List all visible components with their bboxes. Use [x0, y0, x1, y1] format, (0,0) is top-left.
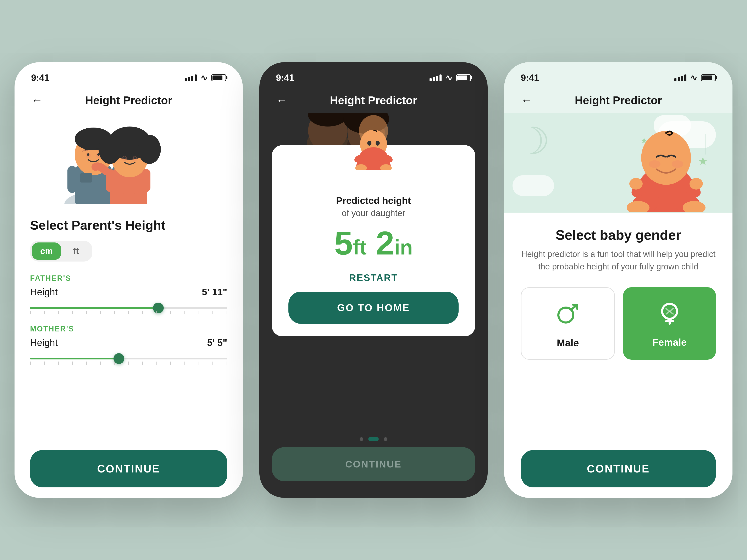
height-ft-value: 5 [334, 224, 353, 262]
battery-icon-2 [456, 74, 471, 81]
phone-2: 9:41 ∿ ← Height Predictor [259, 62, 488, 498]
scroll-indicator [259, 431, 488, 447]
svg-point-31 [376, 141, 380, 145]
restart-button[interactable]: RESTART [349, 272, 398, 283]
go-home-button[interactable]: GO TO HOME [288, 292, 459, 324]
time-3: 9:41 [521, 73, 539, 83]
baby-svg-3 [620, 116, 712, 212]
wifi-icon: ∿ [201, 73, 207, 83]
svg-point-41 [641, 131, 691, 185]
father-height-value: 5' 11" [202, 287, 227, 298]
svg-rect-5 [68, 166, 77, 193]
svg-point-30 [367, 141, 371, 145]
baby-sitting-svg [349, 120, 398, 170]
signal-icon-2 [430, 75, 442, 81]
gender-description: Height predictor is a fun tool that will… [521, 248, 716, 273]
time-2: 9:41 [276, 73, 294, 83]
phone3-illustration-bg: ☽ ★ ★ ★ [504, 113, 732, 213]
svg-point-42 [649, 160, 661, 168]
svg-point-20 [123, 156, 126, 159]
phone-3: 9:41 ∿ ← Height Predictor ☽ [504, 62, 732, 498]
status-icons-3: ∿ [674, 73, 716, 83]
dot-2 [368, 437, 379, 441]
father-section: FATHER'S Height 5' 11" [30, 274, 227, 325]
dot-3 [384, 437, 387, 441]
status-icons-1: ∿ [185, 73, 226, 83]
female-option[interactable]: Female [623, 287, 716, 359]
female-label: Female [652, 337, 687, 348]
signal-icon [185, 75, 197, 81]
father-height-row: Height 5' 11" [30, 287, 227, 298]
battery-icon [211, 74, 226, 81]
mother-height-label: Height [30, 337, 58, 348]
cm-button[interactable]: cm [32, 242, 61, 260]
phone-1: 9:41 ∿ ← Height Predictor [15, 62, 243, 498]
mother-height-value: 5' 5" [207, 337, 227, 348]
signal-icon-3 [674, 75, 687, 81]
mother-section-label: MOTHER'S [30, 325, 227, 333]
status-bar-1: 9:41 ∿ [15, 62, 243, 87]
family-illustration [15, 113, 243, 204]
height-in-value: 2 [376, 224, 394, 262]
female-icon [658, 302, 681, 330]
modal-content: Predicted height of your daughter 5ft 2i… [272, 145, 475, 336]
male-label: Male [557, 337, 579, 349]
wifi-icon-2: ∿ [445, 73, 452, 83]
header-title-1: Height Predictor [85, 94, 172, 107]
result-modal: Predicted height of your daughter 5ft 2i… [272, 120, 475, 336]
header-title-3: Height Predictor [575, 94, 662, 107]
ft-button[interactable]: ft [61, 242, 91, 260]
baby-illustration-3 [620, 116, 712, 213]
predicted-height: 5ft 2in [288, 226, 459, 260]
time-1: 9:41 [31, 73, 49, 83]
svg-point-43 [672, 160, 683, 168]
svg-rect-17 [142, 169, 150, 192]
modal-baby-container [272, 120, 475, 170]
back-button-1[interactable]: ← [31, 93, 43, 107]
svg-point-21 [134, 156, 136, 159]
app-header-2: ← Height Predictor [259, 87, 488, 113]
cloud-3 [513, 175, 554, 196]
height-ft-unit: ft [353, 236, 367, 259]
continue-button-3[interactable]: CONTINUE [521, 450, 716, 487]
family-svg [35, 117, 222, 204]
predicted-sub: of your daughter [288, 208, 459, 218]
battery-icon-3 [701, 74, 716, 81]
mother-slider[interactable] [30, 352, 227, 365]
svg-rect-4 [80, 173, 92, 183]
gender-title: Select baby gender [521, 227, 716, 243]
unit-toggle[interactable]: cm ft [30, 241, 92, 262]
svg-point-14 [99, 135, 121, 164]
gender-options: Male Female [521, 287, 716, 359]
moon-deco: ☽ [517, 119, 550, 163]
app-header-1: ← Height Predictor [15, 87, 243, 113]
svg-point-15 [138, 135, 161, 164]
male-option[interactable]: Male [521, 287, 615, 359]
status-bar-3: 9:41 ∿ [504, 62, 732, 87]
app-header-3: ← Height Predictor [504, 87, 732, 113]
male-icon [557, 302, 579, 331]
wifi-icon-3: ∿ [690, 73, 697, 83]
height-in-unit: in [394, 236, 413, 259]
mother-section: MOTHER'S Height 5' 5" [30, 325, 227, 375]
svg-point-9 [87, 153, 89, 156]
father-height-label: Height [30, 287, 58, 298]
status-bar-2: 9:41 ∿ [259, 62, 488, 87]
predicted-label: Predicted height [288, 195, 459, 206]
header-title-2: Height Predictor [330, 94, 417, 107]
continue-button-2[interactable]: CONTINUE [272, 447, 475, 481]
back-button-2[interactable]: ← [276, 93, 288, 107]
card-title-1: Select Parent's Height [30, 218, 227, 233]
father-slider[interactable] [30, 302, 227, 314]
mother-height-row: Height 5' 5" [30, 337, 227, 348]
father-section-label: FATHER'S [30, 274, 227, 283]
back-button-3[interactable]: ← [521, 93, 533, 107]
height-card: Select Parent's Height cm ft FATHER'S He… [15, 204, 243, 498]
svg-point-50 [629, 178, 643, 190]
dot-1 [360, 437, 363, 441]
gender-card: Select baby gender Height predictor is a… [504, 213, 732, 498]
continue-button-1[interactable]: CONTINUE [30, 450, 227, 487]
phone2-bottom: CONTINUE [259, 447, 488, 498]
svg-point-51 [690, 178, 703, 190]
status-icons-2: ∿ [430, 73, 471, 83]
